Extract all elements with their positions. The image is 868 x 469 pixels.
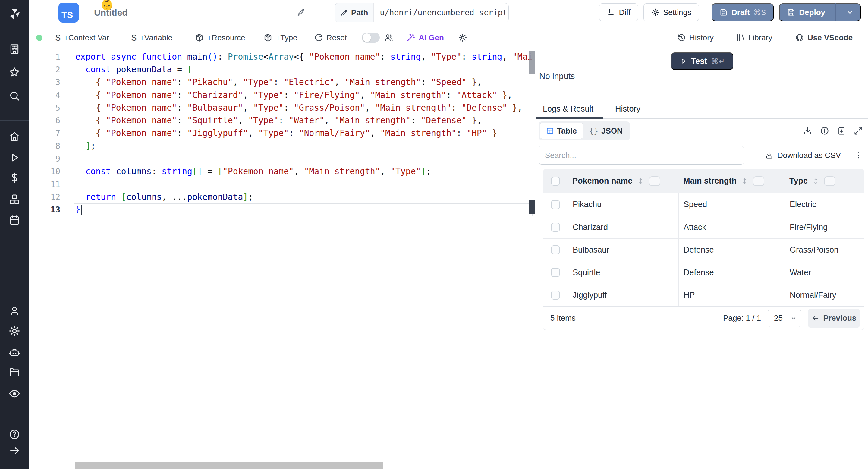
code-line-10[interactable]: 10 const columns: string[] = ["Pokemon n… [29,165,536,178]
star-icon[interactable] [8,66,21,78]
code-editor[interactable]: 1export async function main(): Promise<A… [29,50,536,469]
result-table: Pokemon nameMain strengthType PikachuSpe… [543,169,864,330]
table-cell: Water [784,261,864,284]
vertical-scrollbar[interactable] [529,51,535,74]
result-table-header: Pokemon nameMain strengthType [543,169,864,193]
chevron-down-icon [846,8,854,16]
editor-settings-button[interactable] [458,25,467,50]
help-icon[interactable] [8,428,21,440]
row-checkbox[interactable] [551,245,560,254]
line-number: 4 [29,90,60,100]
table-search-row: Download as CSV [536,140,868,166]
play-icon[interactable] [8,152,21,164]
expand-icon[interactable] [854,126,863,136]
cubes-icon[interactable] [8,193,21,206]
users-icon [384,33,394,42]
settings-button[interactable]: Settings [644,3,699,22]
result-view-row: Table {} JSON [536,119,868,140]
code-line-11[interactable]: 11 [29,178,536,190]
eye-icon[interactable] [8,387,21,400]
row-checkbox[interactable] [551,268,560,277]
search-input[interactable] [538,146,744,164]
table-cell: Fire/Flying [784,216,864,239]
history-button[interactable]: History [677,25,714,50]
test-button[interactable]: Test ⌘↵ [671,53,733,70]
column-header[interactable]: Type [784,176,864,186]
dollar-icon[interactable] [8,172,21,184]
view-table-button[interactable]: Table [540,123,583,139]
download-csv-label: Download as CSV [777,151,841,160]
calendar-icon[interactable] [8,214,21,226]
column-toggle[interactable] [753,176,764,186]
folder-icon[interactable] [8,366,21,378]
building-icon[interactable] [8,43,21,55]
code-line-4[interactable]: 4 { "Pokemon name": "Charizard", "Type":… [29,89,536,101]
edit-title-icon[interactable] [297,8,306,17]
row-checkbox[interactable] [551,200,560,209]
code-line-9[interactable]: 9 [29,152,536,165]
draft-button[interactable]: Draft ⌘S [712,3,774,22]
path-field[interactable]: Path u/henri/unencumbered_script [335,3,509,22]
horizontal-scrollbar[interactable] [75,462,383,469]
robot-icon[interactable] [8,347,21,359]
ai-gen-button[interactable]: AI Gen [406,25,444,50]
diff-button[interactable]: Diff [599,3,638,22]
deploy-button[interactable]: Deploy [779,3,861,22]
multiplayer-button[interactable] [384,25,394,50]
view-json-button[interactable]: {} JSON [583,123,629,139]
sidebar [0,0,29,469]
code-line-5[interactable]: 5 { "Pokemon name": "Bulbasaur", "Type":… [29,101,536,114]
code-line-3[interactable]: 3 { "Pokemon name": "Pikachu", "Type": "… [29,76,536,89]
add-variable-button[interactable]: $ +Variable [131,25,173,50]
select-all-checkbox[interactable] [551,177,560,186]
reset-icon [314,33,323,42]
add-resource-button[interactable]: +Resource [195,25,245,50]
code-line-8[interactable]: 8 ]; [29,139,536,152]
search-icon[interactable] [8,90,21,102]
info-icon[interactable] [820,126,830,136]
library-button[interactable]: Library [736,25,772,50]
code-line-7[interactable]: 7 { "Pokemon name": "Jigglypuff", "Type"… [29,127,536,139]
deploy-divider [835,3,836,22]
gear-icon[interactable] [8,325,21,337]
column-toggle[interactable] [649,176,660,186]
history-label: History [689,33,714,42]
home-icon[interactable] [8,130,21,143]
previous-page-button[interactable]: Previous [808,309,860,327]
tab-logs-result[interactable]: Logs & Result [536,99,603,118]
row-checkbox[interactable] [551,223,560,232]
save-icon [787,8,795,17]
sort-icon[interactable] [741,177,749,185]
download-csv-button[interactable]: Download as CSV [765,151,841,160]
column-toggle[interactable] [824,176,835,186]
add-context-var-button[interactable]: $ +Context Var [56,25,109,50]
use-vscode-button[interactable]: Use VScode [795,25,852,50]
table-cell: Squirtle [567,261,678,284]
code-line-6[interactable]: 6 { "Pokemon name": "Squirtle", "Type": … [29,114,536,127]
sort-icon[interactable] [812,177,820,185]
column-header[interactable]: Pokemon name [567,176,678,186]
table-cell: Speed [678,193,784,216]
settings-label: Settings [663,8,691,17]
code-line-12[interactable]: 12 return [columns, ...pokemonData]; [29,190,536,203]
collab-toggle[interactable] [362,25,380,50]
arrow-right-icon[interactable] [8,445,21,457]
page-size-select[interactable]: 25 [768,310,801,327]
path-value[interactable]: u/henri/unencumbered_script [374,3,509,22]
row-checkbox[interactable] [551,290,560,300]
download-icon[interactable] [803,126,812,136]
code-line-13[interactable]: 13} [29,204,536,216]
column-header[interactable]: Main strength [678,176,784,186]
deploy-menu-button[interactable] [840,8,860,16]
code-line-2[interactable]: 2 const pokemonData = [ [29,63,536,76]
more-options-icon[interactable] [854,151,863,160]
copy-to-clipboard-icon[interactable] [837,126,846,136]
add-type-button[interactable]: +Type [264,25,298,50]
user-icon[interactable] [8,305,21,317]
reset-button[interactable]: Reset [314,25,347,50]
sort-icon[interactable] [637,177,645,185]
code-line-1[interactable]: 1export async function main(): Promise<A… [29,50,536,63]
tab-history[interactable]: History [612,99,644,118]
table-icon [546,127,554,135]
toggle-switch[interactable] [362,33,380,43]
